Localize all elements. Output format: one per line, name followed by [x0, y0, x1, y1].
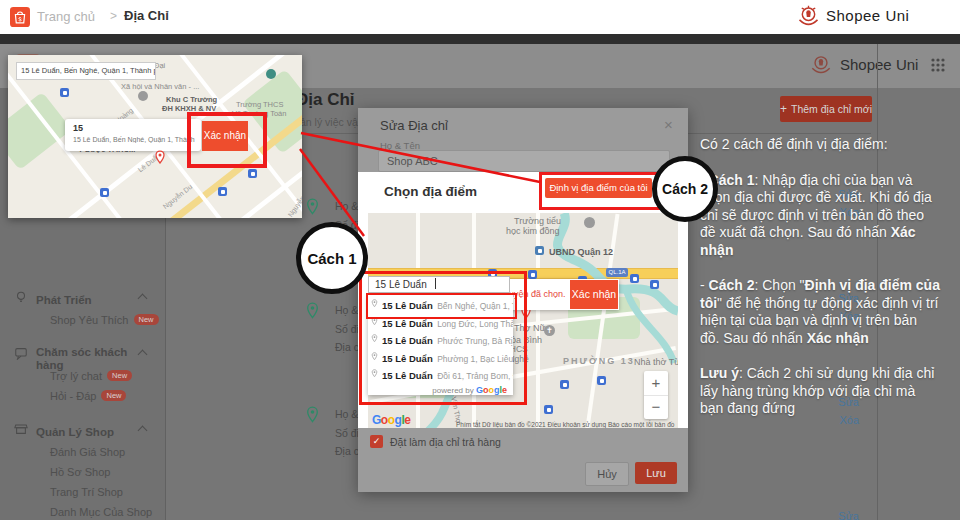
- school-marker-icon: [584, 217, 595, 228]
- sidebar-section-header[interactable]: Chăm sóc khách hàng: [14, 344, 164, 366]
- bulb-icon: [14, 290, 28, 304]
- school-marker-icon: [266, 69, 276, 79]
- new-badge: New: [107, 370, 132, 381]
- map-park: [8, 92, 72, 170]
- callout-cach-2: Cách 2: [652, 156, 718, 222]
- return-address-checkbox[interactable]: ✓: [370, 435, 383, 448]
- brand-title: Shopee Uni: [826, 7, 909, 24]
- google-logo: Google: [372, 413, 410, 427]
- sidebar-item[interactable]: Danh Mục Của Shop: [14, 502, 164, 520]
- location-pin-icon: [305, 198, 320, 216]
- pin-icon: [371, 334, 378, 343]
- brand-title: Shopee Uni: [840, 56, 918, 73]
- selected-location-pin-icon: [154, 150, 166, 165]
- sidebar-item[interactable]: Hồ Sơ Shop: [14, 462, 164, 482]
- breadcrumb-current: Địa Chỉ: [124, 8, 169, 23]
- transit-icon: [597, 376, 606, 385]
- edit-link[interactable]: Sửa: [838, 510, 859, 520]
- shopee-uni-crest-icon: [795, 3, 822, 30]
- map-label: Khu C Trường: [166, 95, 217, 104]
- transit-icon: [630, 274, 639, 283]
- new-badge: New: [134, 314, 159, 325]
- highlight-box-first-suggestion: [366, 293, 517, 319]
- location-picker-panel: Chọn địa điểm Định vị địa điểm của tôi: [358, 172, 688, 428]
- map-label: Trường tiểu: [514, 216, 561, 226]
- map-label: Trường THCS: [236, 100, 283, 109]
- annotation-text: Có 2 cách để định vị địa điểm:- Cách 1: …: [700, 136, 940, 436]
- transit-icon: [60, 88, 69, 97]
- highlight-box: [187, 112, 267, 168]
- cancel-button[interactable]: Hủy: [585, 462, 629, 486]
- outer-topbar: Trang chủ > Địa Chỉ Shopee Uni: [0, 0, 960, 34]
- sidebar-item[interactable]: Trợ lý chatNew: [14, 366, 164, 386]
- save-button[interactable]: Lưu: [635, 462, 677, 484]
- sidebar-section: Phát Triển Shop Yêu ThíchNew: [14, 288, 164, 330]
- chat-icon: [14, 346, 28, 360]
- map-label: PHƯỜNG 13: [563, 356, 635, 366]
- inset-map-screenshot: 15 Lê Duẩn, Bến Nghé, Quận 1, Thành p Đạ…: [8, 55, 302, 218]
- map-attribution: Phím tắt Dữ liệu bản đồ ©2021 Điều khoản…: [456, 421, 674, 428]
- callout-cach-1: Cách 1: [296, 222, 368, 294]
- address-row: Họ & Tên Số điện thoại Địa chỉ 843381096…: [300, 506, 877, 520]
- new-badge: New: [101, 390, 126, 401]
- pin-icon: [371, 369, 378, 378]
- zoom-control: + −: [644, 371, 668, 419]
- modal-title: Sửa Địa chỉ: [380, 118, 448, 133]
- transit-icon: [560, 380, 569, 389]
- transit-icon: [544, 405, 553, 414]
- transit-icon: [100, 188, 109, 197]
- shop-icon: [14, 422, 28, 436]
- picker-title: Chọn địa điểm: [384, 184, 477, 199]
- chevron-up-icon: [138, 426, 148, 436]
- sidebar-section-header[interactable]: Quản Lý Shop: [14, 420, 164, 442]
- modal-header: Sửa Địa chỉ × Họ & Tên Shop ABC: [358, 108, 688, 172]
- sidebar-item[interactable]: Hỏi - ĐápNew: [14, 386, 164, 406]
- location-info-card: 15 15 Lê Duẩn, Bến Nghé, Quận 1, Thành p…: [65, 119, 201, 151]
- transit-icon: [218, 187, 227, 196]
- close-icon[interactable]: ×: [664, 116, 673, 133]
- ubnd-marker-icon: [535, 246, 544, 255]
- card-title: 15: [73, 123, 83, 133]
- name-input[interactable]: Shop ABC: [378, 150, 670, 172]
- shopee-uni-crest-icon: [808, 52, 834, 78]
- sidebar-item[interactable]: Shop Yêu ThíchNew: [14, 310, 164, 330]
- shopee-logo-icon[interactable]: [10, 7, 30, 27]
- church-marker-icon: ✝: [544, 325, 555, 336]
- zoom-in-button[interactable]: +: [644, 371, 668, 396]
- inset-search-input[interactable]: 15 Lê Duẩn, Bến Nghé, Quận 1, Thành p: [16, 62, 156, 80]
- checkbox-label: Đặt làm địa chỉ trả hàng: [390, 436, 501, 448]
- sidebar-section: Chăm sóc khách hàng Trợ lý chatNew Hỏi -…: [14, 344, 164, 406]
- location-pin-icon: [305, 406, 320, 424]
- breadcrumb-home[interactable]: Trang chủ: [37, 9, 95, 24]
- sidebar-section-header[interactable]: Phát Triển: [14, 288, 164, 310]
- university-marker-icon: [138, 91, 148, 101]
- map-label: Nhà thờ Từ Đ: [634, 357, 678, 367]
- sidebar-item[interactable]: Trang Trí Shop: [14, 482, 164, 502]
- transit-icon: [528, 270, 537, 279]
- suggestion-item[interactable]: 15 Lê Duẩn Phường 1, Bạc Liêu: [368, 348, 513, 366]
- chevron-up-icon: [138, 294, 148, 304]
- map-label: học kim đồng: [506, 226, 560, 236]
- breadcrumb-separator: >: [110, 9, 117, 23]
- zoom-out-button[interactable]: −: [644, 395, 668, 419]
- map-label: Xã hội và Nhân văn - ...: [121, 82, 199, 91]
- chevron-up-icon: [138, 350, 148, 360]
- sidebar-item[interactable]: Đánh Giá Shop: [14, 442, 164, 462]
- apps-grid-icon[interactable]: [930, 57, 946, 73]
- suggestion-item[interactable]: 15 Lê Duẩn Đồi 61, Trảng Bom, Đồng Nai: [368, 365, 513, 383]
- pin-icon: [371, 352, 378, 361]
- transit-icon: [650, 280, 659, 289]
- locate-me-button[interactable]: Định vị địa điểm của tôi: [545, 178, 652, 198]
- address-search-input[interactable]: 15 Lê Duẩn: [368, 276, 510, 293]
- page-title: Địa Chỉ: [296, 90, 355, 110]
- add-address-button[interactable]: +Thêm địa chỉ mới: [780, 96, 872, 122]
- suggestion-item[interactable]: 15 Lê Duẩn Phước Trung, Bà Rịa, Bà R...: [368, 330, 513, 348]
- confirm-button[interactable]: Xác nhận: [570, 280, 618, 309]
- modal-footer: ✓ Đặt làm địa chỉ trả hàng Hủy Lưu: [358, 428, 688, 492]
- text-caret: [435, 278, 436, 289]
- card-address: 15 Lê Duẩn, Bến Nghé, Quận 1, Thành phố …: [73, 136, 195, 143]
- plus-icon: +: [780, 102, 787, 116]
- route-badge: QL.1A: [606, 268, 628, 277]
- transit-icon: [248, 169, 257, 178]
- edit-address-modal: Sửa Địa chỉ × Họ & Tên Shop ABC Chọn địa…: [358, 108, 688, 492]
